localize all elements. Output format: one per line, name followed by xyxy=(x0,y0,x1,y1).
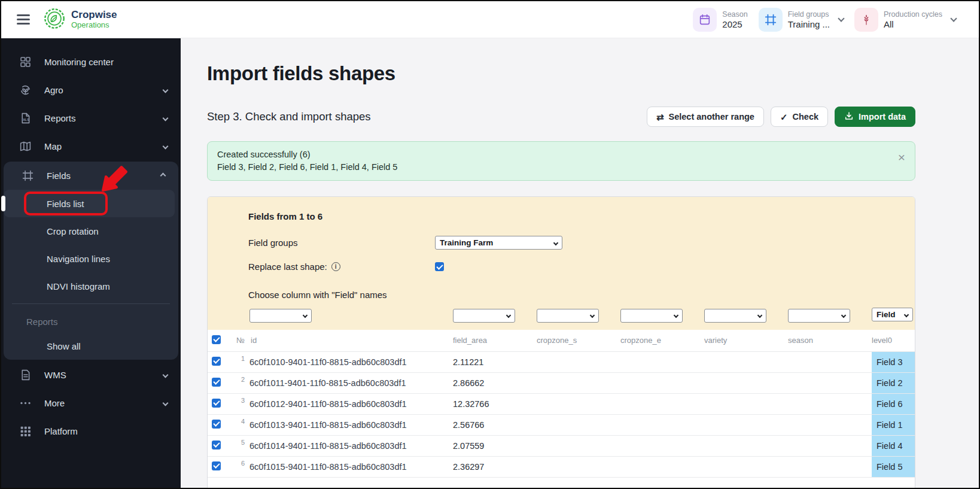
sidebar-item-label: Fields xyxy=(47,171,71,181)
chevron-up-icon xyxy=(160,173,166,179)
app-window: Cropwise Operations Season 2025 Field gr… xyxy=(0,0,980,489)
cell-num: 6 xyxy=(227,456,247,477)
column-select-2[interactable] xyxy=(453,309,515,323)
sidebar-item-reports[interactable]: XLSReports xyxy=(1,104,181,132)
chevron-down-icon xyxy=(163,87,169,93)
cell-num: 2 xyxy=(227,372,247,393)
info-icon[interactable]: i xyxy=(331,262,340,271)
select-another-range-button[interactable]: ⇄ Select another range xyxy=(647,107,764,127)
context-selectors: Season 2025 Field groups Training ... Pr… xyxy=(693,8,956,32)
cell-lvl: Field 5 xyxy=(872,456,915,477)
column-select-1[interactable] xyxy=(249,309,312,323)
sidebar-item-crop-rotation[interactable]: Crop rotation xyxy=(4,217,178,245)
cell-num: 3 xyxy=(227,393,247,414)
table-row: 36c0f1012-9401-11f0-8815-adb60c803df112.… xyxy=(208,393,915,414)
brand-name: Cropwise xyxy=(71,10,117,21)
sidebar-item-ndvi-histogram[interactable]: NDVI histogram xyxy=(4,272,178,300)
fields-nav-group: FieldsFields listCrop rotationNavigation… xyxy=(4,162,178,360)
cell-id: 6c0f1013-9401-11f0-8815-adb60c803df1 xyxy=(247,414,453,435)
sidebar-item-wms[interactable]: WMS xyxy=(1,361,181,389)
chevron-down-icon xyxy=(950,15,957,22)
sidebar-item-map[interactable]: Map xyxy=(1,132,181,160)
column-header-field_area: field_area xyxy=(453,330,537,352)
field-groups-select[interactable]: Training Farm xyxy=(435,236,562,250)
sidebar-item-label: WMS xyxy=(44,370,66,380)
row-checkbox[interactable] xyxy=(212,357,221,366)
table-row: 46c0f1013-9401-11f0-8815-adb60c803df12.5… xyxy=(208,414,915,435)
sidebar: Monitoring centerAgroXLSReportsMapFields… xyxy=(1,38,181,488)
cell-cs xyxy=(537,435,620,456)
cell-va xyxy=(704,435,788,456)
cell-lvl: Field 3 xyxy=(872,351,915,372)
season-value: 2025 xyxy=(722,19,747,29)
cell-va xyxy=(704,393,788,414)
sidebar-item-label: Navigation lines xyxy=(47,254,110,264)
check-button[interactable]: ✓ Check xyxy=(771,107,828,127)
sidebar-item-agro[interactable]: Agro xyxy=(1,76,181,104)
replace-last-shape-label: Replace last shape: i xyxy=(248,262,435,272)
close-icon[interactable]: × xyxy=(898,152,905,163)
grid-icon xyxy=(19,425,32,438)
sidebar-item-navigation-lines[interactable]: Navigation lines xyxy=(4,245,178,272)
nav-divider xyxy=(12,303,170,304)
row-checkbox[interactable] xyxy=(212,420,221,429)
column-select-5[interactable] xyxy=(704,309,766,323)
sidebar-item-label: More xyxy=(44,398,65,408)
chevron-down-icon xyxy=(163,116,169,122)
import-data-button[interactable]: Import data xyxy=(835,107,915,127)
cell-va xyxy=(704,351,788,372)
cell-se xyxy=(788,414,872,435)
select-arrow-icon xyxy=(904,312,909,317)
agro-icon xyxy=(19,84,32,96)
chevron-down-icon xyxy=(163,372,169,378)
menu-icon[interactable] xyxy=(17,14,30,25)
row-checkbox[interactable] xyxy=(212,378,221,387)
cell-id: 6c0f1010-9401-11f0-8815-adb60c803df1 xyxy=(247,351,453,372)
cell-cs xyxy=(537,372,620,393)
select-all-checkbox[interactable] xyxy=(212,335,221,344)
fields-range-title: Fields from 1 to 6 xyxy=(248,211,898,221)
sidebar-item-monitoring-center[interactable]: Monitoring center xyxy=(1,48,181,76)
page-title: Import fields shapes xyxy=(207,62,915,85)
row-checkbox[interactable] xyxy=(212,461,221,470)
cell-fa: 2.11221 xyxy=(453,351,537,372)
row-checkbox[interactable] xyxy=(212,399,221,408)
sidebar-item-label: Agro xyxy=(44,85,63,95)
more-icon xyxy=(19,397,32,409)
choose-column-label: Choose column with "Field" names xyxy=(248,284,898,306)
column-select-4[interactable] xyxy=(620,309,683,323)
sidebar-item-more[interactable]: More xyxy=(1,389,181,417)
column-select-7[interactable]: Field xyxy=(872,308,913,321)
season-selector[interactable]: Season 2025 xyxy=(693,8,747,32)
column-select-3[interactable] xyxy=(537,309,599,323)
import-preview-table: Field№idfield_areacropzone_scropzone_eva… xyxy=(208,306,915,478)
cell-se xyxy=(788,372,872,393)
cell-lvl: Field 4 xyxy=(872,435,915,456)
swap-arrows-icon: ⇄ xyxy=(656,113,664,122)
column-header-cropzone_s: cropzone_s xyxy=(537,330,620,352)
cell-cs xyxy=(537,456,620,477)
sidebar-item-show-all[interactable]: Show all xyxy=(4,332,178,360)
sidebar-item-label: Show all xyxy=(47,341,81,351)
cell-cs xyxy=(537,393,620,414)
field-groups-selector[interactable]: Field groups Training ... xyxy=(759,8,844,32)
sidebar-item-label: NDVI histogram xyxy=(47,281,110,291)
sidebar-item-fields-list[interactable]: Fields list xyxy=(4,190,175,217)
column-select-6[interactable] xyxy=(788,309,850,323)
production-cycles-selector[interactable]: Production cycles All xyxy=(854,8,956,32)
cell-num: 5 xyxy=(227,435,247,456)
brand-subtitle: Operations xyxy=(71,21,117,29)
sidebar-item-fields[interactable]: Fields xyxy=(4,162,178,190)
replace-last-shape-checkbox[interactable] xyxy=(435,262,444,271)
table-row: 16c0f1010-9401-11f0-8815-adb60c803df12.1… xyxy=(208,351,915,372)
cell-fa: 2.56766 xyxy=(453,414,537,435)
cell-lvl: Field 6 xyxy=(872,393,915,414)
row-checkbox[interactable] xyxy=(212,441,221,449)
cell-id: 6c0f1015-9401-11f0-8815-adb60c803df1 xyxy=(247,456,453,477)
check-icon: ✓ xyxy=(780,113,788,122)
main-content: Import fields shapes Step 3. Check and i… xyxy=(181,38,979,488)
sidebar-item-platform[interactable]: Platform xyxy=(1,417,181,445)
chevron-down-icon xyxy=(163,144,169,150)
column-header-level0: level0 xyxy=(872,330,915,352)
action-buttons: ⇄ Select another range ✓ Check Import da… xyxy=(647,107,915,127)
